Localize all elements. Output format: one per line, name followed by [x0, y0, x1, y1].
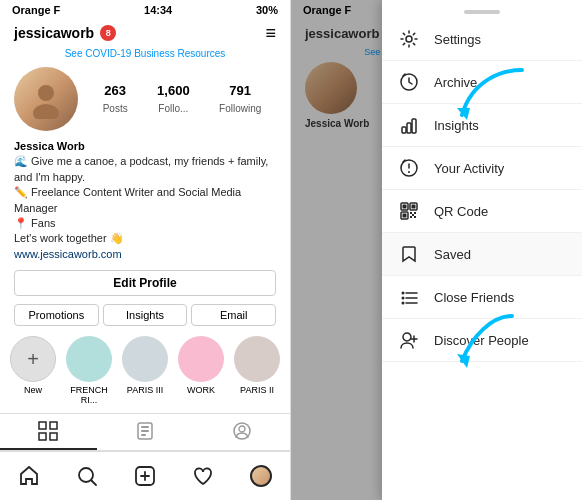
- drawer-item-insights[interactable]: Insights: [382, 104, 582, 147]
- posts-stat: 263 Posts: [103, 83, 128, 116]
- following-label: Following: [219, 103, 261, 114]
- home-nav-icon[interactable]: [11, 458, 47, 494]
- svg-point-36: [403, 333, 411, 341]
- settings-label: Settings: [434, 32, 481, 47]
- highlight-new-circle[interactable]: +: [10, 336, 56, 382]
- svg-point-0: [38, 85, 54, 101]
- svg-rect-3: [50, 422, 57, 429]
- tagged-tab[interactable]: [193, 414, 290, 450]
- promotions-tab[interactable]: Promotions: [14, 304, 99, 326]
- svg-rect-2: [39, 422, 46, 429]
- svg-rect-7: [141, 426, 149, 428]
- bio-line-2: ✏️ Freelance Content Writer and Social M…: [14, 185, 276, 216]
- time-left: 14:34: [144, 4, 172, 16]
- profile-header: jessicaworb 8 ≡: [0, 20, 290, 46]
- notification-badge: 8: [100, 25, 116, 41]
- bookmark-icon: [398, 243, 420, 265]
- posts-count: 263: [103, 83, 128, 98]
- gear-icon: [398, 28, 420, 50]
- status-bar-left: Orange F 14:34 30%: [0, 0, 290, 20]
- heart-nav-icon[interactable]: [185, 458, 221, 494]
- content-tab-bar: [0, 413, 290, 451]
- clock-icon: [398, 71, 420, 93]
- svg-rect-29: [403, 214, 407, 218]
- svg-point-30: [402, 292, 405, 295]
- highlight-work-label: WORK: [187, 385, 215, 395]
- highlight-paris3[interactable]: PARIS III: [122, 336, 168, 405]
- bio-line-3: 📍 Fans: [14, 216, 276, 231]
- highlight-paris2-label: PARIS II: [240, 385, 274, 395]
- highlight-new-label: New: [24, 385, 42, 395]
- saved-label: Saved: [434, 247, 471, 262]
- svg-rect-9: [141, 434, 146, 436]
- profile-name-left: Jessica Worb: [14, 139, 276, 154]
- insights-tab[interactable]: Insights: [103, 304, 188, 326]
- svg-point-11: [239, 426, 245, 432]
- stats-group: 263 Posts 1,600 Follo... 791 Following: [88, 83, 276, 116]
- highlight-work-circle[interactable]: [178, 336, 224, 382]
- svg-rect-4: [39, 433, 46, 440]
- drawer-item-settings[interactable]: Settings: [382, 18, 582, 61]
- menu-button[interactable]: ≡: [265, 24, 276, 42]
- highlight-work[interactable]: WORK: [178, 336, 224, 405]
- highlight-paris3-circle[interactable]: [122, 336, 168, 382]
- search-nav-icon[interactable]: [69, 458, 105, 494]
- drawer-item-qr[interactable]: QR Code: [382, 190, 582, 233]
- highlights-row: + New FRENCH RI... PARIS III WORK PARIS …: [0, 330, 290, 411]
- edit-profile-button[interactable]: Edit Profile: [14, 270, 276, 296]
- highlight-paris2-circle[interactable]: [234, 336, 280, 382]
- highlight-french[interactable]: FRENCH RI...: [66, 336, 112, 405]
- posts-label: Posts: [103, 103, 128, 114]
- qr-icon: [398, 200, 420, 222]
- svg-rect-8: [141, 430, 149, 432]
- covid-banner-left[interactable]: See COVID-19 Business Resources: [0, 46, 290, 61]
- avatar-left: [14, 67, 78, 131]
- email-tab[interactable]: Email: [191, 304, 276, 326]
- igtv-tab[interactable]: [97, 414, 194, 450]
- highlight-french-circle[interactable]: [66, 336, 112, 382]
- profile-nav-icon[interactable]: [243, 458, 279, 494]
- following-count: 791: [219, 83, 261, 98]
- bar-chart-icon: [398, 114, 420, 136]
- list-icon: [398, 286, 420, 308]
- svg-point-34: [402, 302, 405, 305]
- grid-tab[interactable]: [0, 414, 97, 450]
- followers-stat: 1,600 Follo...: [157, 83, 190, 116]
- svg-rect-5: [50, 433, 57, 440]
- followers-label: Follo...: [158, 103, 188, 114]
- drawer-item-discover[interactable]: Discover People: [382, 319, 582, 362]
- archive-label: Archive: [434, 75, 477, 90]
- battery-left: 30%: [256, 4, 278, 16]
- svg-point-32: [402, 297, 405, 300]
- drawer-handle: [464, 10, 500, 14]
- add-nav-icon[interactable]: [127, 458, 163, 494]
- right-panel: Orange F 14:25 34% jessicaworb ≡ See COV…: [291, 0, 582, 500]
- action-tabs: Promotions Insights Email: [14, 304, 276, 326]
- highlight-paris3-label: PARIS III: [127, 385, 163, 395]
- svg-rect-19: [402, 127, 406, 133]
- activity-label: Your Activity: [434, 161, 504, 176]
- drawer-item-saved[interactable]: Saved: [382, 233, 582, 276]
- bio-line-1: 🌊 Give me a canoe, a podcast, my friends…: [14, 154, 276, 185]
- drawer-item-archive[interactable]: Archive: [382, 61, 582, 104]
- highlight-new[interactable]: + New: [10, 336, 56, 405]
- insights-drawer-label: Insights: [434, 118, 479, 133]
- svg-point-23: [408, 171, 410, 173]
- username-left: jessicaworb: [14, 25, 94, 41]
- followers-count: 1,600: [157, 83, 190, 98]
- highlight-paris2[interactable]: PARIS II: [234, 336, 280, 405]
- svg-point-17: [406, 36, 412, 42]
- bio-line-4: Let's work together 👋: [14, 231, 276, 246]
- svg-rect-27: [412, 205, 416, 209]
- drawer-item-close-friends[interactable]: Close Friends: [382, 276, 582, 319]
- activity-icon: [398, 157, 420, 179]
- person-add-icon: [398, 329, 420, 351]
- bio-link[interactable]: www.jessicaworb.com: [14, 247, 276, 262]
- left-panel: Orange F 14:34 30% jessicaworb 8 ≡ See C…: [0, 0, 291, 500]
- drawer-item-activity[interactable]: Your Activity: [382, 147, 582, 190]
- highlight-french-label: FRENCH RI...: [66, 385, 112, 405]
- close-friends-label: Close Friends: [434, 290, 514, 305]
- discover-label: Discover People: [434, 333, 529, 348]
- username-row: jessicaworb 8: [14, 25, 116, 41]
- svg-rect-21: [412, 119, 416, 133]
